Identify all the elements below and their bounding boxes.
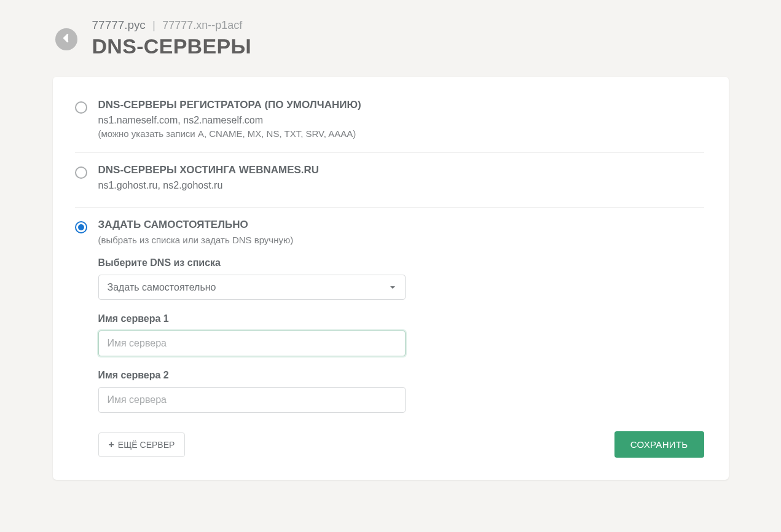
option-hosting-dns[interactable]: DNS-СЕРВЕРЫ ХОСТИНГА WEBNAMES.RU ns1.goh… [75,153,704,208]
option-hint: (выбрать из списка или задать DNS вручну… [98,235,704,245]
page-title: DNS-СЕРВЕРЫ [92,34,729,58]
radio-icon [75,166,87,179]
server1-label: Имя сервера 1 [98,313,704,324]
dns-select[interactable]: Задать самостоятельно [98,275,406,300]
option-title: DNS-СЕРВЕРЫ ХОСТИНГА WEBNAMES.RU [98,164,704,176]
dns-select-label: Выберите DNS из списка [98,257,704,268]
option-hint: (можно указать записи A, CNAME, MX, NS, … [98,128,704,139]
add-server-label: ЕЩЁ СЕРВЕР [118,440,175,450]
option-custom-dns[interactable]: ЗАДАТЬ САМОСТОЯТЕЛЬНО (выбрать из списка… [75,208,704,252]
radio-icon [75,101,87,114]
plus-icon: + [109,439,114,450]
option-title: DNS-СЕРВЕРЫ РЕГИСТРАТОРА (ПО УМОЛЧАНИЮ) [98,99,704,111]
dns-settings-card: DNS-СЕРВЕРЫ РЕГИСТРАТОРА (ПО УМОЛЧАНИЮ) … [53,77,729,480]
arrow-left-icon [60,31,73,47]
server1-input[interactable] [98,331,406,356]
server2-input[interactable] [98,387,406,413]
option-registrar-dns[interactable]: DNS-СЕРВЕРЫ РЕГИСТРАТОРА (ПО УМОЛЧАНИЮ) … [75,99,704,153]
breadcrumb: 77777.рус | 77777.xn--p1acf [92,18,729,32]
domain-primary: 77777.рус [92,18,146,31]
custom-dns-form: Выберите DNS из списка Задать самостояте… [75,252,704,458]
radio-icon [75,221,87,233]
save-button[interactable]: СОХРАНИТЬ [614,431,704,458]
add-server-button[interactable]: + ЕЩЁ СЕРВЕР [98,432,186,457]
domain-separator: | [152,18,155,31]
domain-secondary: 77777.xn--p1acf [162,19,242,31]
option-servers: ns1.nameself.com, ns2.nameself.com [98,115,704,126]
back-button[interactable] [55,28,77,50]
dns-radio-group: DNS-СЕРВЕРЫ РЕГИСТРАТОРА (ПО УМОЛЧАНИЮ) … [75,99,704,252]
option-servers: ns1.gohost.ru, ns2.gohost.ru [98,180,704,191]
option-title: ЗАДАТЬ САМОСТОЯТЕЛЬНО [98,219,704,231]
server2-label: Имя сервера 2 [98,370,704,381]
